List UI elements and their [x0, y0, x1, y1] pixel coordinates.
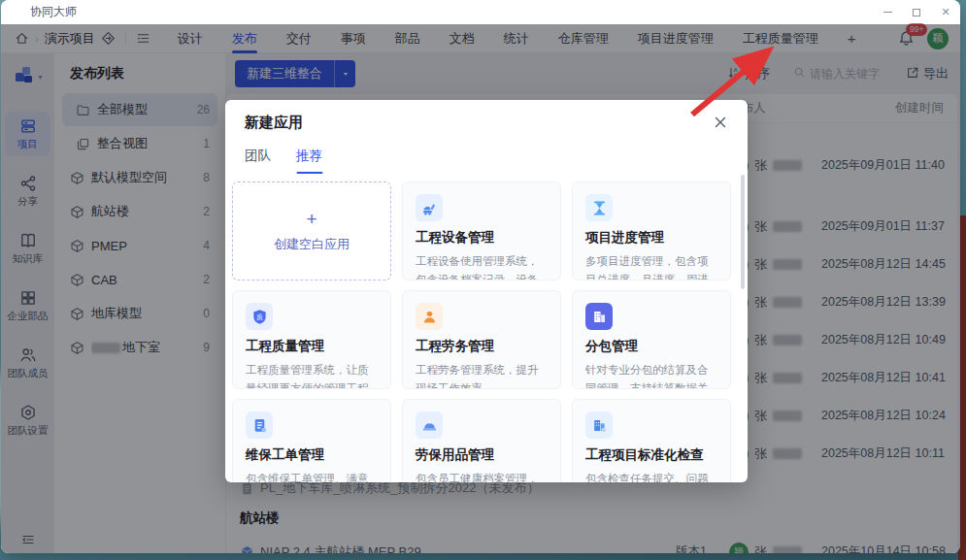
app-card-description: 包含检查任务提交、问题记录等功能，推动标准化建设 [585, 470, 717, 482]
hourglass-icon [585, 194, 613, 221]
helmet-icon [416, 412, 443, 439]
worker-icon [416, 303, 443, 330]
app-template-card-工程设备管理[interactable]: 工程设备管理 工程设备使用管理系统，包含设备档案记录，设备入离场申请等功能 [402, 181, 561, 280]
app-card-title: 维保工单管理 [246, 446, 378, 464]
inspection-building-icon [585, 412, 613, 439]
app-card-description: 多项目进度管理，包含项目总进度、月进度、周进度计划管理等功能 [585, 252, 717, 280]
modal-scrollbar[interactable] [741, 175, 745, 289]
titlebar: 协同大师 ✕ [1, 0, 960, 24]
modal-tab-推荐[interactable]: 推荐 [296, 148, 322, 174]
app-card-description: 包含维保工单管理、满意度管理、备件管理等三大模块 [246, 470, 378, 482]
modal-title: 新建应用 [245, 114, 303, 132]
new-app-modal: 新建应用 团队推荐 +创建空白应用 工程设备管理 工程设备使用管理系统，包含设备… [225, 100, 748, 482]
plus-icon: + [306, 210, 316, 228]
app-template-card-项目进度管理[interactable]: 项目进度管理 多项目进度管理，包含项目总进度、月进度、周进度计划管理等功能 [572, 181, 731, 280]
excavator-icon [416, 194, 443, 221]
maximize-icon[interactable] [902, 0, 931, 24]
app-template-card-维保工单管理[interactable]: 维保工单管理 包含维保工单管理、满意度管理、备件管理等三大模块 [232, 399, 391, 482]
app-title: 协同大师 [30, 4, 77, 20]
svg-text:质: 质 [256, 313, 263, 320]
app-card-title: 工程设备管理 [416, 229, 548, 247]
app-template-card-劳保用品管理[interactable]: 劳保用品管理 包含员工健康档案管理，劳保用品库存管理等功能 [402, 399, 561, 482]
create-blank-app-card[interactable]: +创建空白应用 [232, 181, 391, 280]
minimize-icon[interactable] [873, 0, 902, 24]
app-card-title: 项目进度管理 [585, 229, 717, 247]
app-logo-icon [11, 6, 24, 19]
blank-card-label: 创建空白应用 [274, 236, 350, 253]
app-card-title: 工程项目标准化检查 [585, 446, 717, 464]
app-card-description: 包含员工健康档案管理，劳保用品库存管理等功能 [416, 470, 548, 482]
desktop-background: 协同大师 ✕ › 演示项目 设计发布交付事项部品文档统计仓库管理项目进度管理工程… [0, 0, 966, 560]
app-card-title: 工程劳务管理 [416, 338, 548, 355]
quality-shield-icon: 质 [246, 303, 273, 330]
workorder-doc-icon [246, 412, 273, 439]
modal-tabs: 团队推荐 [225, 148, 748, 174]
app-template-card-工程劳务管理[interactable]: 工程劳务管理 工程劳务管理系统，提升现场工作效率 [402, 290, 561, 389]
app-template-grid: +创建空白应用 工程设备管理 工程设备使用管理系统，包含设备档案记录，设备入离场… [225, 174, 748, 482]
subcontract-building-icon [585, 303, 613, 330]
app-card-description: 工程设备使用管理系统，包含设备档案记录，设备入离场申请等功能 [416, 252, 548, 280]
app-template-card-工程质量管理[interactable]: 质 工程质量管理 工程质量管理系统，让质量经理更方便的管理工程质量 [232, 290, 391, 389]
app-card-description: 工程质量管理系统，让质量经理更方便的管理工程质量 [246, 361, 378, 389]
app-card-title: 分包管理 [585, 338, 717, 355]
app-card-description: 针对专业分包的结算及合同管理，支持结算数据关联BIM模型。 [585, 361, 717, 389]
app-card-description: 工程劳务管理系统，提升现场工作效率 [416, 361, 548, 389]
app-card-title: 劳保用品管理 [416, 446, 548, 464]
app-template-card-工程项目标准化检查[interactable]: 工程项目标准化检查 包含检查任务提交、问题记录等功能，推动标准化建设 [572, 399, 731, 482]
modal-close-icon[interactable] [713, 115, 730, 132]
app-template-card-分包管理[interactable]: 分包管理 针对专业分包的结算及合同管理，支持结算数据关联BIM模型。 [572, 290, 731, 389]
modal-tab-团队[interactable]: 团队 [245, 148, 271, 174]
app-card-title: 工程质量管理 [246, 338, 378, 355]
app-window: 协同大师 ✕ › 演示项目 设计发布交付事项部品文档统计仓库管理项目进度管理工程… [1, 0, 960, 553]
close-icon[interactable]: ✕ [931, 0, 960, 24]
